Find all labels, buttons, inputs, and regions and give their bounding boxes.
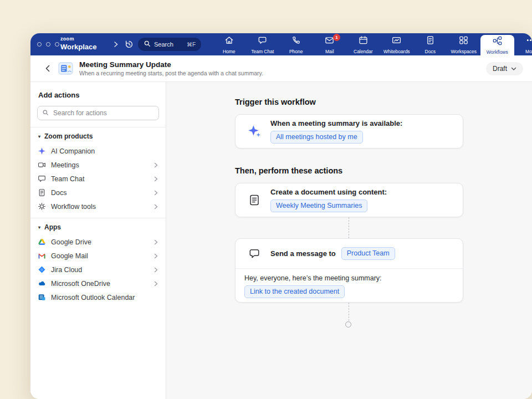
tab-label: Workspaces	[451, 49, 477, 54]
triangle-down-icon: ▾	[38, 134, 40, 139]
actions-sidebar: Add actions ▾ Zoom products AI Companion	[30, 82, 166, 399]
workflow-header: Meeting Summary Update When a recurring …	[30, 55, 532, 82]
more-icon	[525, 35, 532, 48]
global-search[interactable]: Search ⌘F	[138, 38, 201, 51]
actions-heading: Then, perform these actions	[235, 166, 342, 175]
gear-icon	[38, 202, 46, 211]
logo-zoom-text: zoom	[60, 37, 97, 42]
tab-workflows[interactable]: Workflows	[480, 35, 514, 55]
sidebar-item-microsoft-outlook-calendar[interactable]: Microsoft Outlook Calendar	[30, 290, 166, 304]
sidebar-item-meetings[interactable]: Meetings	[30, 158, 166, 172]
sidebar-item-workflow-tools[interactable]: Workflow tools	[30, 200, 166, 213]
mail-unread-badge: 1	[333, 34, 340, 41]
trigger-card[interactable]: When a meeting summary is available: All…	[235, 114, 463, 149]
sidebar-item-jira-cloud[interactable]: Jira Cloud	[30, 263, 166, 277]
send-message-text: Send a message to	[270, 249, 336, 258]
trigger-scope-chip[interactable]: All meetings hosted by me	[270, 131, 363, 144]
sidebar-item-google-drive[interactable]: Google Drive	[30, 235, 166, 249]
recipient-chip[interactable]: Product Team	[341, 247, 395, 260]
window-control-dot[interactable]	[37, 42, 42, 47]
status-dropdown[interactable]: Draft	[486, 62, 523, 75]
document-link-chip[interactable]: Link to the created document	[244, 285, 345, 298]
google-drive-icon	[38, 238, 46, 246]
actions-search[interactable]	[37, 106, 159, 120]
tab-docs[interactable]: Docs	[413, 33, 447, 55]
top-navbar: zoom Workplace Search ⌘F Home Team Chat	[30, 33, 532, 55]
tab-mail[interactable]: Mail 1	[313, 33, 347, 55]
ai-sparkle-icon	[247, 124, 262, 139]
sidebar-item-google-mail[interactable]: Google Mail	[30, 249, 166, 263]
document-content-chip[interactable]: Weekly Meeting Summaries	[270, 200, 367, 212]
tab-workspaces[interactable]: Workspaces	[447, 33, 481, 55]
sidebar-item-label: Microsoft OneDrive	[51, 280, 110, 288]
connector-dashed-line	[349, 303, 349, 321]
triangle-down-icon: ▾	[38, 225, 40, 230]
search-shortcut: ⌘F	[187, 42, 196, 48]
tab-label: Calendar	[354, 49, 373, 54]
section-apps[interactable]: ▾ Apps	[30, 218, 166, 235]
tab-label: More	[525, 49, 532, 54]
send-message-card[interactable]: Send a message to Product Team Hey, ever…	[235, 238, 463, 303]
onedrive-icon	[38, 279, 46, 288]
tab-whiteboards[interactable]: Whiteboards	[380, 33, 414, 55]
chevron-right-icon	[154, 204, 158, 209]
window-controls	[37, 42, 59, 47]
back-button[interactable]	[40, 62, 55, 76]
sidebar-item-microsoft-onedrive[interactable]: Microsoft OneDrive	[30, 277, 166, 290]
tab-phone[interactable]: Phone	[279, 33, 313, 55]
sidebar-item-docs[interactable]: Docs	[30, 186, 166, 200]
sidebar-item-label: Microsoft Outlook Calendar	[51, 294, 135, 301]
create-document-text: Create a document using content:	[270, 188, 387, 196]
whiteboards-icon	[391, 35, 402, 48]
meetings-icon	[38, 161, 46, 169]
chevron-right-icon	[154, 239, 158, 245]
add-step-endpoint	[345, 321, 351, 328]
connector-dashed-line	[349, 217, 349, 238]
window-control-dot[interactable]	[46, 42, 50, 47]
tab-label: Whiteboards	[383, 49, 410, 54]
workspaces-icon	[458, 35, 469, 48]
calendar-icon	[358, 35, 369, 48]
document-icon	[247, 194, 262, 206]
chevron-right-icon	[154, 162, 158, 168]
sidebar-title: Add actions	[38, 91, 158, 99]
section-zoom-products[interactable]: ▾ Zoom products	[30, 127, 166, 144]
sidebar-item-team-chat[interactable]: Team Chat	[30, 172, 166, 186]
tab-team-chat[interactable]: Team Chat	[246, 33, 280, 55]
tab-label: Phone	[289, 49, 303, 54]
chevron-right-icon	[154, 176, 158, 182]
tab-label: Workflows	[487, 50, 508, 55]
window-control-dot[interactable]	[55, 42, 59, 47]
search-label: Search	[154, 41, 173, 48]
docs-icon	[38, 188, 46, 197]
message-body-text: Hey, everyone, here’s the meeting summar…	[244, 274, 454, 282]
sidebar-item-label: Meetings	[51, 161, 79, 169]
chevron-right-icon[interactable]	[112, 40, 119, 50]
workflows-icon	[492, 35, 503, 48]
trigger-text: When a meeting summary is available:	[270, 119, 402, 127]
tab-label: Home	[223, 49, 236, 54]
trigger-heading: Trigger this workflow	[235, 98, 316, 106]
sidebar-item-ai-companion[interactable]: AI Companion	[30, 144, 166, 158]
sidebar-item-label: Docs	[51, 189, 66, 197]
search-input[interactable]	[52, 109, 154, 117]
home-icon	[224, 35, 234, 48]
workflow-titles: Meeting Summary Update When a recurring …	[79, 60, 263, 76]
tab-home[interactable]: Home	[212, 33, 246, 55]
create-document-card[interactable]: Create a document using content: Weekly …	[235, 183, 463, 217]
chevron-right-icon	[154, 281, 158, 287]
status-badge: Draft	[493, 65, 507, 73]
chat-bubble-icon	[247, 248, 262, 260]
tab-more[interactable]: More	[514, 33, 532, 55]
search-icon	[42, 108, 49, 118]
workflow-thumbnail-icon	[58, 61, 73, 76]
page-subtitle: When a recurring meeting starts, post th…	[79, 70, 263, 76]
sidebar-item-label: AI Companion	[51, 147, 95, 155]
section-label: Apps	[44, 223, 61, 231]
jira-icon	[38, 265, 46, 274]
history-icon[interactable]	[124, 39, 135, 50]
sidebar-item-label: Team Chat	[51, 175, 84, 183]
tab-calendar[interactable]: Calendar	[346, 33, 380, 55]
tab-label: Mail	[325, 49, 334, 54]
workflow-canvas: Trigger this workflow When a meeting sum…	[166, 82, 532, 399]
